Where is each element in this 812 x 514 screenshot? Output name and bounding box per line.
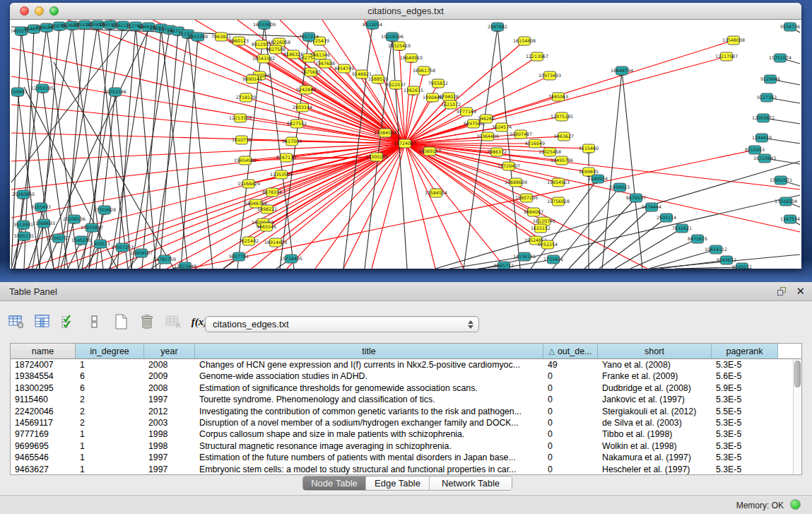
table-row[interactable]: 1456911722003Disruption of a novel membe… xyxy=(11,417,793,428)
table-options-icon[interactable] xyxy=(7,313,25,331)
graph-node[interactable]: 10975887 xyxy=(81,223,103,232)
graph-node[interactable]: 1733426 xyxy=(543,255,563,264)
graph-node[interactable]: 7625402 xyxy=(239,237,259,245)
graph-node[interactable]: 16154838 xyxy=(513,37,536,45)
column-header-title[interactable]: title xyxy=(195,344,543,358)
graph-node[interactable]: 12217987 xyxy=(715,52,738,61)
graph-node[interactable]: 8853309 xyxy=(188,33,208,41)
graph-node[interactable]: 10807487 xyxy=(510,130,532,139)
graph-node[interactable]: 3913991 xyxy=(13,221,33,229)
network-canvas[interactable]: 1872400718300295193845541456911789601238… xyxy=(11,20,800,269)
graph-node[interactable]: 7632621 xyxy=(672,224,692,233)
graph-node[interactable]: 9827508 xyxy=(266,45,286,54)
graph-node[interactable]: 2803144 xyxy=(293,103,312,112)
graph-node[interactable]: 8322037 xyxy=(386,81,406,89)
graph-node[interactable]: 18720407 xyxy=(498,162,520,170)
column-header-pagerank[interactable]: pagerank xyxy=(712,344,778,358)
float-panel-icon[interactable] xyxy=(777,286,788,298)
graph-node[interactable]: 1145190 xyxy=(71,236,91,245)
graph-node[interactable]: 10688609 xyxy=(505,178,527,187)
graph-node[interactable]: 2087682 xyxy=(488,23,507,31)
graph-node[interactable]: 9884067 xyxy=(524,208,543,216)
close-panel-icon[interactable]: ✕ xyxy=(796,285,805,298)
table-row[interactable]: 1872400712008Changes of HCN gene express… xyxy=(11,359,793,370)
graph-node[interactable]: 12213339 xyxy=(229,114,252,122)
table-row[interactable]: 1830029562008Estimation of significance … xyxy=(11,382,793,394)
graph-node[interactable]: 6679197 xyxy=(626,194,646,202)
graph-node[interactable]: 20053346 xyxy=(104,88,126,96)
graph-node[interactable]: 3624574 xyxy=(492,123,512,132)
graph-node[interactable]: 1615152 xyxy=(531,224,551,233)
graph-node[interactable]: 11568693 xyxy=(33,219,55,228)
graph-node[interactable]: 2935114 xyxy=(657,214,676,222)
graph-node[interactable]: 12352285 xyxy=(31,84,54,93)
graph-node[interactable]: 10973493 xyxy=(539,71,561,80)
graph-node[interactable]: 16648794 xyxy=(611,66,633,75)
tab-edge-table[interactable]: Edge Table xyxy=(366,477,430,490)
graph-node[interactable]: 19218596 xyxy=(381,33,404,41)
graph-node[interactable]: 8813054 xyxy=(363,21,382,29)
graph-node[interactable]: 18640910 xyxy=(400,54,423,62)
graph-node[interactable]: 10654112 xyxy=(705,245,727,254)
column-header-year[interactable]: year xyxy=(144,344,195,358)
graph-node[interactable]: 9155493 xyxy=(31,203,51,211)
table-row[interactable]: 911546021997Tourette syndrome. Phenomeno… xyxy=(11,394,793,405)
graph-node[interactable]: 12975185 xyxy=(551,112,573,121)
graph-node[interactable]: 9245012 xyxy=(732,263,752,269)
graph-node[interactable]: 1362615 xyxy=(404,86,423,95)
graph-node[interactable]: 9465712 xyxy=(494,262,514,269)
column-header-name[interactable]: name xyxy=(11,344,76,358)
row-height-icon[interactable] xyxy=(86,313,104,331)
table-row[interactable]: 969969511998Structural magnetic resonanc… xyxy=(11,440,793,452)
graph-node[interactable]: 8427552 xyxy=(287,119,307,128)
graph-node[interactable]: 19495796 xyxy=(551,156,573,165)
graph-node[interactable]: 9474444 xyxy=(642,203,661,211)
graph-node[interactable]: 1350513 xyxy=(90,240,110,248)
graph-node[interactable]: 19654923 xyxy=(547,178,570,187)
column-header-in_degree[interactable]: in_degree xyxy=(76,344,144,358)
close-window-icon[interactable] xyxy=(20,6,29,16)
graph-node[interactable]: 15584554 xyxy=(425,189,447,197)
graph-node[interactable]: 19166829 xyxy=(237,180,260,188)
show-columns-icon[interactable] xyxy=(33,313,52,331)
window-titlebar[interactable]: citations_edges.txt xyxy=(10,3,801,20)
graph-node[interactable]: 15751074 xyxy=(769,54,792,62)
table-row[interactable]: 946362711997Embryonic stem cells: a mode… xyxy=(11,464,793,474)
graph-node[interactable]: 16210643 xyxy=(753,154,776,163)
table-row[interactable]: 977716911998Corpus callosum shape and si… xyxy=(11,428,793,440)
graph-node[interactable]: 9556736 xyxy=(780,23,800,31)
graph-node[interactable]: 10025458 xyxy=(539,148,561,156)
graph-node[interactable]: 1244419 xyxy=(752,134,772,142)
graph-node[interactable]: 12213967 xyxy=(526,52,548,61)
graph-node[interactable]: 8454749 xyxy=(334,64,354,73)
table-row[interactable]: 946554611997Estimation of the future num… xyxy=(11,452,793,463)
table-selector-dropdown[interactable]: citations_edges.txt xyxy=(205,316,479,332)
graph-node[interactable]: 9777169 xyxy=(457,107,476,116)
graph-node[interactable]: 1621072 xyxy=(441,100,461,109)
graph-node[interactable]: 17359928 xyxy=(93,206,116,214)
graph-node[interactable]: 9227343 xyxy=(757,93,777,102)
graph-node[interactable]: 7955812 xyxy=(428,79,448,88)
graph-node[interactable]: 16325419 xyxy=(388,42,411,50)
zoom-window-icon[interactable] xyxy=(49,6,59,16)
tab-node-table[interactable]: Node Table xyxy=(303,477,366,490)
scrollbar-thumb[interactable] xyxy=(794,361,801,387)
graph-node[interactable]: 2718120 xyxy=(236,93,256,102)
select-all-columns-icon[interactable] xyxy=(59,313,78,331)
graph-node[interactable]: 16961758 xyxy=(413,66,435,75)
graph-node[interactable]: 9129946 xyxy=(760,75,780,83)
graph-node[interactable]: 1640954 xyxy=(588,175,608,183)
graph-node[interactable]: 16782759 xyxy=(153,255,176,264)
graph-node[interactable]: 12093872 xyxy=(752,114,775,122)
graph-node[interactable]: 1167534 xyxy=(780,215,800,223)
column-header-out_de[interactable]: △out_de... xyxy=(543,344,598,358)
graph-node[interactable]: 746266 xyxy=(478,115,495,123)
graph-node[interactable]: 1810755 xyxy=(232,136,252,144)
delete-column-icon[interactable] xyxy=(138,313,156,331)
graph-node[interactable]: 8215953 xyxy=(745,146,765,154)
graph-node[interactable]: 15716485 xyxy=(280,255,302,263)
graph-node[interactable]: 9463627 xyxy=(554,132,574,141)
table-row[interactable]: 1938455462009Genome-wide association stu… xyxy=(11,370,793,382)
graph-node[interactable]: 9115460 xyxy=(579,144,599,153)
graph-node[interactable]: 16033809 xyxy=(253,21,276,29)
